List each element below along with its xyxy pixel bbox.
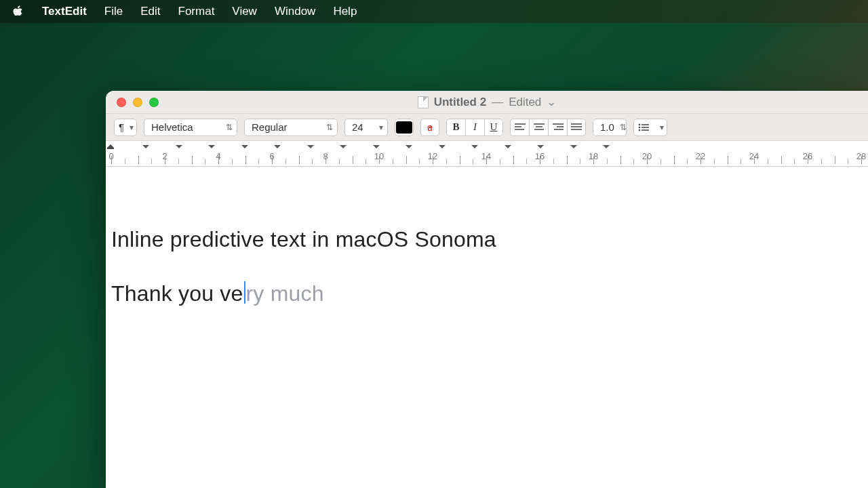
svg-point-12 [639,123,641,125]
line-spacing-popup[interactable]: 1.0⇅ [593,119,627,136]
menu-edit[interactable]: Edit [140,5,160,18]
underline-button[interactable]: U [484,119,503,136]
traffic-lights [106,98,159,107]
text-line: Thank you very much [111,281,863,306]
minimize-button[interactable] [133,98,142,107]
ruler-ticks: 0246810121416182022242628 [106,150,868,164]
chevron-down-icon: ▾ [379,123,383,132]
stepper-icon: ⇅ [226,123,233,132]
font-family-popup[interactable]: Helvetica⇅ [144,119,237,136]
title-dropdown-icon[interactable]: ⌄ [547,95,556,109]
chevron-down-icon: ▾ [130,123,134,132]
menu-view[interactable]: View [232,5,257,18]
align-left-button[interactable] [510,119,529,136]
list-style-popup[interactable]: ▾ [633,119,667,136]
zoom-button[interactable] [149,98,159,107]
paragraph-style-popup[interactable]: ¶▾ [114,119,137,136]
typography-color-button[interactable]: a [420,119,439,136]
align-center-button[interactable] [529,119,548,136]
align-right-button[interactable] [548,119,567,136]
app-menu[interactable]: TextEdit [42,5,87,18]
menu-bar: TextEdit File Edit Format View Window He… [0,0,868,23]
style-group: B I U [446,119,503,136]
menu-window[interactable]: Window [275,5,315,18]
stepper-icon: ⇅ [620,123,627,132]
ruler[interactable]: 0246810121416182022242628 [106,141,868,167]
text-caret [244,281,245,304]
document-name: Untitled 2 [434,96,486,109]
align-group [510,119,586,136]
format-toolbar: ¶▾ Helvetica⇅ Regular⇅ 24▾ a B I U [106,114,868,141]
title-bar[interactable]: Untitled 2 — Edited ⌄ [106,91,868,114]
typed-text: Thank you ve [111,281,243,306]
font-style-popup[interactable]: Regular⇅ [244,119,338,136]
text-line: Inline predictive text in macOS Sonoma [111,226,863,252]
apple-menu-icon[interactable] [12,5,24,18]
predictive-text: ry much [246,281,324,306]
text-color-well[interactable] [395,119,414,136]
menu-help[interactable]: Help [333,5,357,18]
stepper-icon: ⇅ [326,123,333,132]
close-button[interactable] [117,98,126,107]
menu-file[interactable]: File [104,5,123,18]
document-state: Edited [509,96,541,109]
italic-button[interactable]: I [465,119,484,136]
window-title: Untitled 2 — Edited ⌄ [106,95,868,109]
document-body[interactable]: Inline predictive text in macOS Sonoma T… [106,167,868,488]
menu-format[interactable]: Format [178,5,215,18]
document-icon [418,96,429,108]
svg-point-14 [639,126,641,128]
chevron-down-icon: ▾ [660,123,664,132]
font-size-field[interactable]: 24▾ [344,119,388,136]
bold-button[interactable]: B [446,119,465,136]
svg-point-16 [639,129,641,131]
align-justify-button[interactable] [567,119,586,136]
textedit-window: Untitled 2 — Edited ⌄ ¶▾ Helvetica⇅ Regu… [106,91,868,488]
